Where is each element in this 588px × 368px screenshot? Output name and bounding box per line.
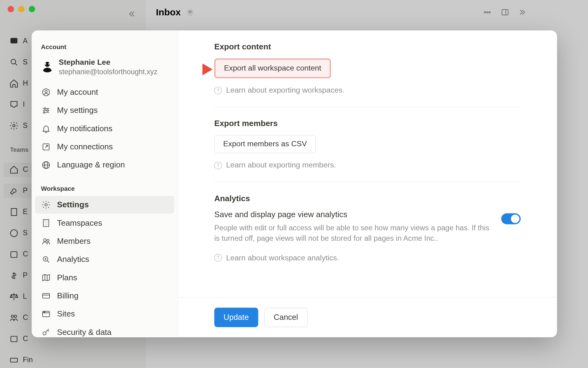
sidebar-item-sites[interactable]: Sites <box>35 305 174 323</box>
help-text: Learn about exporting members. <box>226 161 336 170</box>
analytics-heading: Analytics <box>214 194 521 203</box>
export-members-help-link[interactable]: ? Learn about exporting members. <box>214 161 521 170</box>
sidebar-item-label: Teamspaces <box>57 218 102 228</box>
svg-point-40 <box>44 108 46 109</box>
sidebar-item-plans[interactable]: Plans <box>35 269 174 286</box>
sidebar-item-security-data[interactable]: Security & data <box>35 323 174 337</box>
analytics-subtitle: Save and display page view analytics <box>214 210 491 219</box>
sidebar-item-label: My connections <box>57 142 113 151</box>
section-account-label: Account <box>35 40 174 54</box>
sidebar-item-label: My account <box>57 88 98 97</box>
gear-icon <box>41 200 51 210</box>
avatar <box>41 60 54 72</box>
sidebar-item-label: Billing <box>57 291 78 300</box>
sidebar-item-label: My notifications <box>57 124 112 133</box>
svg-point-34 <box>48 63 50 65</box>
bell-icon <box>41 124 51 134</box>
sidebar-item-my-notifications[interactable]: My notifications <box>35 120 174 138</box>
export-content-help-link[interactable]: ? Learn about exporting workspaces. <box>214 86 521 95</box>
sidebar-item-label: Sites <box>57 309 75 319</box>
sidebar-item-my-account[interactable]: My account <box>35 83 174 101</box>
external-icon <box>41 142 51 152</box>
sidebar-item-label: Settings <box>57 200 89 209</box>
help-icon: ? <box>214 161 222 169</box>
section-workspace-label: Workspace <box>35 182 174 196</box>
svg-rect-64 <box>43 293 50 298</box>
svg-point-36 <box>45 90 47 93</box>
settings-content: Export content Export all workspace cont… <box>178 30 557 337</box>
svg-point-68 <box>44 312 44 312</box>
people-icon <box>41 236 51 246</box>
divider <box>214 182 521 182</box>
globe-icon <box>41 160 51 170</box>
svg-rect-48 <box>43 220 49 227</box>
sidebar-item-label: Security & data <box>57 328 111 337</box>
settings-sidebar: Account Stephanie Lee stephanie@toolsfor… <box>32 30 178 337</box>
callout-arrow-icon <box>181 61 213 78</box>
help-icon: ? <box>214 86 222 94</box>
svg-marker-61 <box>43 274 50 281</box>
svg-marker-74 <box>202 63 213 75</box>
export-members-heading: Export members <box>214 119 521 128</box>
map-icon <box>41 273 51 283</box>
svg-point-70 <box>43 332 46 335</box>
analytics-help-link[interactable]: ? Learn about workspace analytics. <box>214 253 521 262</box>
profile-name: Stephanie Lee <box>59 58 157 67</box>
profile-card: Stephanie Lee stephanie@toolsforthought.… <box>35 54 174 83</box>
help-text: Learn about exporting workspaces. <box>226 86 345 95</box>
sliders-icon <box>41 105 51 116</box>
export-content-heading: Export content <box>214 42 521 52</box>
sidebar-item-analytics[interactable]: Analytics <box>35 251 174 268</box>
update-button[interactable]: Update <box>214 308 258 327</box>
svg-point-56 <box>47 240 49 242</box>
svg-line-58 <box>47 261 49 263</box>
svg-point-33 <box>45 63 46 65</box>
browser-icon <box>41 309 51 319</box>
sidebar-item-label: Analytics <box>57 255 89 264</box>
key-icon <box>41 327 51 337</box>
sidebar-item-settings[interactable]: Settings <box>35 196 174 214</box>
analytics-description: People with edit or full access will be … <box>214 223 491 244</box>
svg-point-42 <box>43 112 45 113</box>
export-members-csv-button[interactable]: Export members as CSV <box>214 135 316 153</box>
export-all-content-button[interactable]: Export all workspace content <box>214 58 331 78</box>
modal-footer: Update Cancel <box>178 297 557 337</box>
user-circle-icon <box>41 87 51 97</box>
help-text: Learn about workspace analytics. <box>226 253 339 262</box>
svg-point-47 <box>45 204 47 206</box>
credit-card-icon <box>41 291 51 301</box>
profile-email: stephanie@toolsforthought.xyz <box>59 68 157 76</box>
analytics-toggle[interactable] <box>501 213 521 224</box>
sidebar-item-billing[interactable]: Billing <box>35 287 174 305</box>
svg-point-41 <box>47 110 48 111</box>
sidebar-item-members[interactable]: Members <box>35 232 174 250</box>
sidebar-item-label: Language & region <box>57 160 125 170</box>
settings-modal: Account Stephanie Lee stephanie@toolsfor… <box>32 30 557 337</box>
magnify-plus-icon <box>41 254 51 264</box>
sidebar-item-teamspaces[interactable]: Teamspaces <box>35 214 174 232</box>
sidebar-item-my-connections[interactable]: My connections <box>35 138 174 156</box>
sidebar-item-language-region[interactable]: Language & region <box>35 156 174 174</box>
svg-point-55 <box>43 239 46 241</box>
divider <box>214 107 521 107</box>
building-icon <box>41 218 51 228</box>
sidebar-item-label: Plans <box>57 273 77 282</box>
sidebar-item-label: My settings <box>57 106 98 115</box>
sidebar-item-my-settings[interactable]: My settings <box>35 102 174 119</box>
sidebar-item-label: Members <box>57 236 90 246</box>
svg-point-69 <box>45 312 45 312</box>
cancel-button[interactable]: Cancel <box>264 308 308 327</box>
help-icon: ? <box>214 254 222 262</box>
